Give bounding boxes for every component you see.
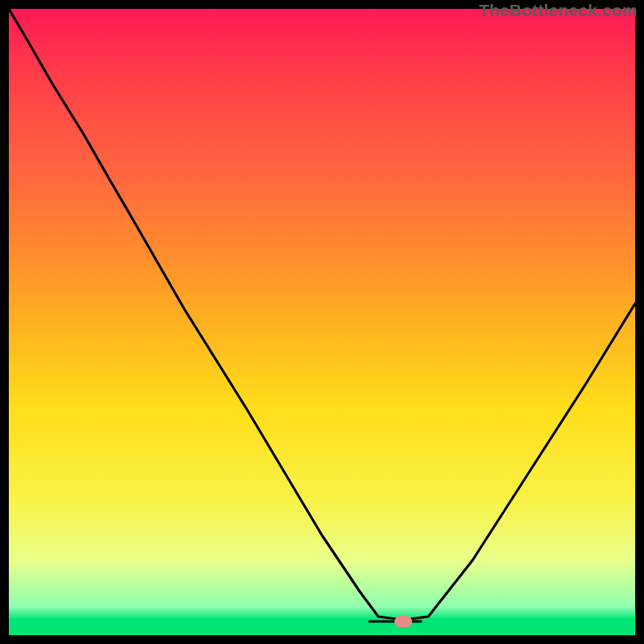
optimum-marker (394, 616, 412, 627)
watermark-text: TheBottleneck.com (479, 1, 638, 20)
bottleneck-curve (9, 9, 635, 635)
chart-container: TheBottleneck.com (0, 0, 644, 644)
plot-area (9, 9, 635, 635)
